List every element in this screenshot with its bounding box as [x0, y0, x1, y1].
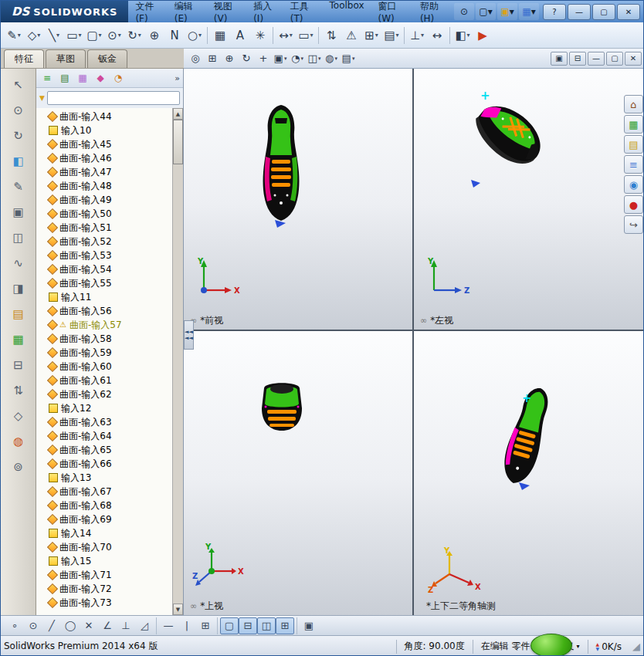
viewport-iso[interactable]: +YXZ*上下二等角轴测 — [414, 331, 644, 615]
snap-vertical-icon[interactable]: | — [178, 617, 196, 634]
folder-icon[interactable]: ▤ — [624, 135, 643, 154]
dimension-standard-icon[interactable]: ↔▾ — [276, 25, 296, 46]
ellipse-icon[interactable]: ○▾ — [185, 25, 205, 46]
doc-maximize-button[interactable]: ▢ — [606, 52, 623, 66]
tree-item[interactable]: 输入12 — [36, 401, 173, 415]
doc-minimize-button[interactable]: — — [588, 52, 605, 66]
tree-item[interactable]: 曲面-输入67 — [36, 485, 173, 499]
zoom-to-fit-icon[interactable]: ◎ — [187, 51, 204, 66]
stack-icon[interactable]: ≡ — [624, 155, 643, 174]
two-view-vertical-icon[interactable]: ◫ — [257, 617, 276, 634]
panel-expand-chevron[interactable]: » — [175, 73, 180, 83]
viewport-left[interactable]: +YZ∞*左视 — [414, 69, 644, 331]
close-button[interactable]: ✕ — [617, 4, 640, 20]
rotate-view-icon[interactable]: ↻ — [238, 51, 255, 66]
tree-item[interactable]: 输入11 — [36, 290, 173, 304]
viewport-top[interactable]: YXZ∞*上视 — [184, 331, 414, 615]
quick-snaps-icon[interactable]: ∘ — [5, 617, 24, 634]
four-view-icon[interactable]: ⊞ — [276, 617, 294, 634]
tree-item[interactable]: 曲面-输入65 — [36, 443, 173, 457]
minimize-button[interactable]: — — [568, 4, 591, 20]
tree-item[interactable]: ⚠曲面-输入57 — [36, 318, 173, 332]
search-icon[interactable]: ⊙ — [454, 3, 474, 20]
grid-settings-icon[interactable]: ⊞ — [196, 617, 215, 634]
tab-2[interactable]: 草图 — [46, 49, 86, 68]
options-icon[interactable]: ⊚ — [7, 457, 30, 477]
scene-icon[interactable]: ▤▾ — [340, 51, 357, 66]
tree-filter-input[interactable] — [47, 91, 180, 105]
tree-item[interactable]: 曲面-输入51 — [36, 221, 173, 235]
doc-split-icon[interactable]: ⊟ — [569, 52, 586, 66]
curves-icon[interactable]: ∿ — [7, 253, 30, 273]
sheet-icon[interactable]: ▭▾ — [296, 25, 316, 46]
shoe-model-front-view[interactable] — [252, 103, 310, 232]
new-document-icon[interactable]: ▢▾ — [476, 3, 496, 20]
warning-check-icon[interactable]: ⚠ — [341, 25, 361, 46]
sphere-icon[interactable]: ● — [624, 195, 643, 214]
mold-tools-icon[interactable]: ⊟ — [7, 355, 30, 375]
zoom-to-area-icon[interactable]: ⊞ — [204, 51, 221, 66]
tree-item[interactable]: 曲面-输入44 — [36, 110, 173, 123]
render-tools-icon[interactable]: ◍ — [7, 431, 30, 451]
spiral-icon[interactable]: ↻▾ — [124, 25, 144, 46]
tree-item[interactable]: 曲面-输入48 — [36, 179, 173, 193]
display-style-icon[interactable]: ◔▾ — [289, 51, 306, 66]
globe-icon[interactable]: ◉ — [624, 175, 643, 194]
snap-angle-icon[interactable]: ∠ — [98, 617, 117, 634]
tree-item[interactable]: 曲面-输入71 — [36, 568, 173, 582]
tree-item[interactable]: 曲面-输入68 — [36, 499, 173, 512]
tree-item[interactable]: 输入14 — [36, 526, 173, 540]
text-icon[interactable]: A — [230, 25, 250, 46]
grid-view-icon[interactable]: ▦ — [624, 115, 643, 134]
dimxpertmanager-icon[interactable]: ◆ — [93, 71, 108, 86]
view-orientation-icon[interactable]: ▣▾ — [272, 51, 289, 66]
line-icon[interactable]: ╲▾ — [44, 25, 64, 46]
reference-geometry-icon[interactable]: ◨ — [7, 279, 30, 299]
sketch-tool-icon[interactable]: ✎ — [7, 177, 30, 197]
doc-restore-icon[interactable]: ▣ — [551, 52, 568, 66]
point-icon[interactable]: ⊕ — [144, 25, 164, 46]
configurationmanager-icon[interactable]: ▦ — [75, 71, 90, 86]
snap-center-icon[interactable]: ◯ — [61, 617, 80, 634]
scroll-down-arrow[interactable]: ▼ — [173, 604, 183, 615]
tree-item[interactable]: 曲面-输入54 — [36, 262, 173, 276]
evaluate-icon[interactable]: ⇅ — [7, 380, 30, 401]
sheet-metal-icon[interactable]: ▤ — [7, 304, 30, 324]
slot-icon[interactable]: ▢▾ — [84, 25, 104, 46]
tree-item[interactable]: 曲面-输入70 — [36, 540, 173, 554]
pattern-icon[interactable]: ▦ — [210, 25, 230, 46]
features-icon[interactable]: ▣ — [7, 202, 30, 222]
doc-close-button[interactable]: ✕ — [625, 52, 642, 66]
tree-item[interactable]: 曲面-输入64 — [36, 429, 173, 443]
tree-item[interactable]: 曲面-输入59 — [36, 346, 173, 360]
tree-item[interactable]: 曲面-输入50 — [36, 207, 173, 221]
appearance-ball-icon[interactable]: ◍▾ — [323, 51, 340, 66]
zoom-tool-icon[interactable]: ⊙ — [7, 100, 30, 120]
spline-icon[interactable]: N — [164, 25, 185, 46]
tree-item[interactable]: 曲面-输入47 — [36, 165, 173, 179]
tree-item[interactable]: 曲面-输入49 — [36, 193, 173, 207]
tree-item[interactable]: 曲面-输入61 — [36, 374, 173, 387]
snap-points-icon[interactable]: ⊙ — [24, 617, 42, 634]
select-cursor-icon[interactable]: ↖ — [7, 75, 30, 95]
tree-item[interactable]: 曲面-输入62 — [36, 387, 173, 401]
tab-1[interactable]: 特征 — [4, 49, 44, 68]
resize-grip[interactable]: ◢ — [632, 641, 640, 652]
tree-item[interactable]: 曲面-输入73 — [36, 596, 173, 610]
home-icon[interactable]: ⌂ — [624, 95, 643, 113]
hide-show-items-icon[interactable]: ◫▾ — [306, 51, 323, 66]
dimxpert-icon[interactable]: ◇ — [7, 406, 30, 426]
flag-icon[interactable]: ▶ — [473, 25, 493, 46]
rebuild-icon[interactable]: ↻ — [7, 126, 30, 146]
save-icon[interactable]: ▦▾ — [519, 3, 539, 20]
snap-line-icon[interactable]: ╱ — [42, 617, 61, 634]
two-view-horizontal-icon[interactable]: ⊟ — [239, 617, 257, 634]
snap-perpendicular-icon[interactable]: ⊥ — [117, 617, 135, 634]
tree-item[interactable]: 曲面-输入60 — [36, 360, 173, 374]
star-icon[interactable]: ✳ — [250, 25, 270, 46]
tree-item[interactable]: 曲面-输入45 — [36, 137, 173, 151]
tree-item[interactable]: 曲面-输入52 — [36, 235, 173, 249]
help-button[interactable]: ? — [543, 4, 566, 20]
shoe-model-top-view[interactable] — [256, 379, 307, 437]
appearance-icon[interactable]: ◧ — [7, 151, 30, 171]
